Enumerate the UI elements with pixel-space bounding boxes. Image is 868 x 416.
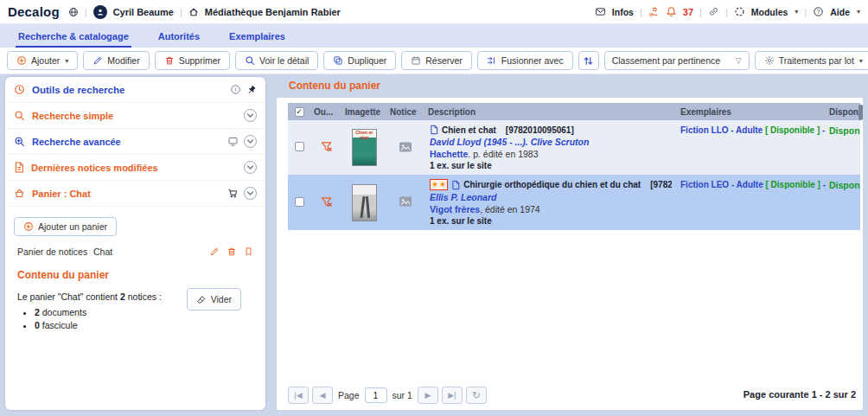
- caret-down-icon: ▾: [795, 8, 798, 16]
- fascicule-line: 0 fascicule: [35, 320, 189, 330]
- modifier-button[interactable]: Modifier: [83, 51, 149, 70]
- last-page-button[interactable]: ▶|: [442, 387, 463, 404]
- exemplaire-location[interactable]: Fiction LLO - Adulte: [680, 125, 763, 135]
- bell-icon[interactable]: [666, 6, 677, 17]
- refresh-button[interactable]: ↻: [466, 387, 487, 404]
- pencil-icon[interactable]: [209, 246, 220, 257]
- dupliquer-button[interactable]: Dupliquer: [323, 51, 396, 70]
- record-title[interactable]: Chien et chat: [442, 125, 496, 135]
- mail-icon[interactable]: [595, 6, 606, 17]
- modules-icon[interactable]: [734, 6, 745, 17]
- page-number-input[interactable]: [365, 387, 387, 403]
- sidebar-contenu-title: Contenu du panier: [17, 269, 257, 281]
- header-disponibilite: Dispon...: [826, 103, 860, 120]
- select-all-checkbox[interactable]: ✓: [295, 107, 304, 117]
- tab-autorites[interactable]: Autorités: [147, 24, 211, 48]
- tab-recherche-catalogage[interactable]: Recherche & catalogage: [7, 24, 140, 48]
- bookmark-icon[interactable]: [244, 246, 253, 257]
- availability-label: Disponible: [829, 125, 860, 136]
- document-icon: [14, 162, 24, 173]
- chevron-down-icon[interactable]: [244, 109, 257, 122]
- link-icon[interactable]: [708, 6, 719, 17]
- supprimer-label: Supprimer: [179, 55, 220, 66]
- record-authors-link[interactable]: David Lloyd (1945 - ...). Clive Scruton: [430, 137, 672, 147]
- first-page-button[interactable]: |◀: [288, 387, 309, 404]
- top-bar: Decalog | Cyril Beaume | Médiathèque Ben…: [0, 0, 868, 24]
- pin-icon[interactable]: [245, 82, 259, 97]
- record-isbn: [9782010095061]: [506, 125, 574, 135]
- caret-down-icon: ▾: [857, 8, 860, 16]
- exemplaire-id-link[interactable]: - 504549: [822, 125, 826, 135]
- classement-select[interactable]: Classement par pertinence ▽: [604, 51, 750, 70]
- ajouter-panier-button[interactable]: Ajouter un panier: [14, 217, 117, 236]
- merge-arrows-icon: [487, 55, 497, 66]
- record-authors-link[interactable]: Ellis P. Leonard: [430, 192, 672, 202]
- notification-count[interactable]: 37: [683, 7, 693, 17]
- reserver-button[interactable]: Réserver: [401, 51, 472, 70]
- next-page-button[interactable]: ▶: [418, 387, 438, 404]
- table-row[interactable]: Chien et chat Chien et chat: [288, 120, 860, 175]
- exemplaire-status: [ Disponible ]: [765, 125, 820, 135]
- user-avatar[interactable]: [93, 5, 107, 19]
- prev-page-button[interactable]: ◀: [312, 387, 333, 404]
- help-icon[interactable]: ?: [813, 6, 824, 17]
- divider: |: [640, 7, 642, 17]
- ajouter-button[interactable]: Ajouter ▾: [7, 51, 78, 70]
- modifier-label: Modifier: [107, 55, 139, 66]
- sort-button[interactable]: [578, 51, 599, 70]
- toolbar-right-group: Classement par pertinence ▽ Traitements …: [578, 51, 868, 70]
- chevron-down-icon[interactable]: [244, 161, 257, 174]
- home-icon[interactable]: [188, 7, 199, 17]
- sidebar-item-recherche-avancee[interactable]: Recherche avancée: [5, 129, 265, 155]
- scrollbar-thumb[interactable]: [858, 105, 863, 120]
- clock-icon: [14, 84, 25, 95]
- traitements-button[interactable]: Traitements par lot ▾: [755, 51, 868, 70]
- globe-icon[interactable]: [68, 7, 79, 17]
- filter-remove-icon[interactable]: [320, 195, 333, 208]
- modules-label[interactable]: Modules: [751, 7, 788, 17]
- aide-label[interactable]: Aide: [830, 7, 850, 17]
- copies-count: 1 ex. sur le site: [430, 216, 672, 226]
- hand-coin-icon[interactable]: [648, 6, 660, 17]
- screen-icon[interactable]: [227, 136, 239, 147]
- filter-remove-icon[interactable]: [320, 140, 333, 153]
- notice-type-icon: [399, 195, 412, 208]
- voir-detail-button[interactable]: Voir le détail: [235, 51, 318, 70]
- ajouter-label: Ajouter: [31, 55, 60, 66]
- book-cover-thumbnail[interactable]: Chien et chat: [352, 129, 377, 166]
- exemplaire-location[interactable]: Fiction LEO - Adulte: [680, 180, 763, 189]
- trash-icon[interactable]: [227, 246, 237, 257]
- supprimer-button[interactable]: Supprimer: [155, 51, 230, 70]
- sidebar-item-panier[interactable]: Panier : Chat: [5, 181, 265, 207]
- sort-arrows-icon: [583, 55, 594, 67]
- publisher-link[interactable]: Hachette: [430, 149, 468, 159]
- cart-icon[interactable]: [227, 188, 239, 199]
- chevron-down-icon[interactable]: [244, 135, 257, 148]
- vider-button[interactable]: Vider: [187, 288, 241, 310]
- sidebar-item-recherche-simple[interactable]: Recherche simple: [5, 103, 265, 129]
- sidebar-item-dernieres-notices[interactable]: Dernières notices modifiées: [5, 155, 265, 181]
- summary-line: Le panier "Chat" contient 2 notices :: [17, 291, 189, 302]
- row-checkbox[interactable]: [295, 197, 304, 207]
- exemplaire-id-link[interactable]: - 504548: [823, 180, 826, 189]
- row-checkbox[interactable]: [295, 142, 304, 151]
- search-tools-panel: Outils de recherche i Recherche simple R…: [5, 77, 265, 410]
- favorites-stars[interactable]: ★ ★: [430, 179, 448, 190]
- infos-label[interactable]: Infos: [612, 7, 634, 17]
- cover-title-text: Chien et chat: [353, 131, 376, 140]
- search-icon: [245, 55, 255, 66]
- table-row-selected[interactable]: ★ ★ Chirurgie orthopédique du chien et d…: [288, 175, 860, 230]
- svg-text:i: i: [235, 86, 236, 93]
- fusionner-button[interactable]: Fusionner avec: [477, 51, 573, 70]
- user-name: Cyril Beaume: [113, 7, 174, 17]
- record-title[interactable]: Chirurgie orthopédique du chien et du ch…: [463, 180, 641, 189]
- chevron-down-icon[interactable]: [244, 187, 257, 200]
- divider: |: [699, 7, 702, 17]
- ajouter-panier-label: Ajouter un panier: [38, 221, 107, 232]
- info-icon[interactable]: i: [230, 84, 241, 95]
- publisher-link[interactable]: Vigot frères: [430, 204, 480, 214]
- trash-icon: [164, 55, 175, 66]
- panier-section: Ajouter un panier Panier de notices Chat…: [5, 207, 265, 330]
- tab-exemplaires[interactable]: Exemplaires: [218, 24, 297, 48]
- book-cover-thumbnail[interactable]: [352, 184, 377, 221]
